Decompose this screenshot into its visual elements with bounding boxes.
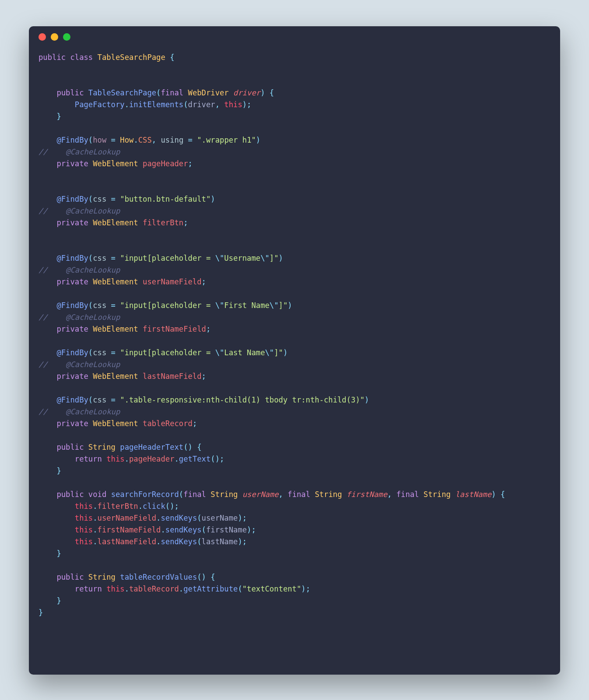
token-cmt: // @CacheLookup (39, 313, 120, 322)
token-kw: class (70, 53, 93, 62)
token-op: ; (188, 159, 193, 168)
token-plain (116, 136, 120, 144)
token-this: this (106, 455, 124, 463)
token-type: WebElement (93, 277, 138, 286)
token-esc: \" (260, 254, 270, 262)
token-op: ( (88, 301, 93, 310)
token-plain (88, 419, 93, 428)
token-op: ( (156, 88, 161, 97)
token-plain (39, 466, 56, 475)
token-str: Last Name (224, 348, 265, 357)
token-op: ( (88, 136, 93, 144)
token-plain (39, 254, 56, 262)
token-const: CSS (138, 136, 152, 144)
token-name: tableRecordValues (120, 573, 197, 581)
token-op: } (56, 596, 61, 605)
token-op: , (152, 136, 156, 144)
token-plain (138, 325, 143, 333)
token-plain (165, 53, 170, 62)
token-str: ]" (270, 254, 279, 262)
token-plain (39, 596, 56, 605)
token-plain (84, 573, 88, 581)
token-plain (88, 218, 93, 227)
minimize-icon[interactable] (51, 33, 58, 41)
window-titlebar (29, 26, 560, 47)
token-op: ) (256, 136, 260, 144)
token-plain (106, 136, 111, 144)
token-op: ) (301, 584, 305, 593)
token-plain (138, 159, 143, 168)
token-plain (39, 301, 56, 310)
token-plain (88, 277, 93, 286)
token-plain (39, 100, 75, 109)
token-plain (106, 301, 111, 310)
token-plain (39, 549, 56, 558)
token-plain (39, 372, 56, 381)
token-field: firstNameField (143, 325, 206, 333)
token-plain (310, 490, 315, 499)
token-op: ; (183, 218, 188, 227)
code-window: public class TableSearchPage { public Ta… (29, 26, 560, 675)
token-str: First Name (224, 301, 269, 310)
token-op: ; (242, 537, 247, 546)
token-type: How (120, 136, 133, 144)
token-op: . (156, 514, 161, 522)
token-op: { (270, 88, 274, 97)
token-str: Username (224, 254, 260, 262)
token-op: () (197, 573, 206, 581)
token-kw: public (56, 88, 84, 97)
token-plain: firstName (206, 525, 247, 534)
token-plain (39, 195, 56, 203)
token-op: . (179, 584, 183, 593)
token-str: "button.btn-default" (120, 195, 210, 203)
token-css: css (93, 301, 106, 310)
token-op: . (175, 455, 179, 463)
token-plain (116, 195, 120, 203)
token-field: firstNameField (98, 525, 161, 534)
token-op: . (93, 525, 97, 534)
token-plain (138, 372, 143, 381)
token-esc: \" (215, 348, 224, 357)
token-this: this (75, 502, 93, 511)
token-plain (39, 159, 56, 168)
token-plain (342, 490, 346, 499)
token-plain (116, 443, 120, 452)
token-cmt: // @CacheLookup (39, 407, 120, 416)
token-this: this (75, 525, 93, 534)
token-field: userNameField (143, 277, 202, 286)
token-kwhow: how (93, 136, 106, 144)
token-kw: private (56, 277, 88, 286)
token-plain (138, 218, 143, 227)
token-cmt: // @CacheLookup (39, 206, 120, 215)
token-type: TableSearchPage (98, 53, 165, 62)
token-type: String (210, 490, 238, 499)
token-op: ( (88, 254, 93, 262)
token-this: this (75, 514, 93, 522)
token-ann: @FindBy (56, 348, 88, 357)
token-op: ) (279, 254, 283, 262)
token-op: . (93, 514, 97, 522)
token-str: "input[placeholder = (120, 301, 215, 310)
token-field: lastNameField (143, 372, 202, 381)
token-op: () (210, 455, 220, 463)
token-plain (39, 88, 56, 97)
zoom-icon[interactable] (63, 33, 70, 41)
token-name: TableSearchPage (88, 88, 156, 97)
close-icon[interactable] (39, 33, 46, 41)
token-op: { (197, 443, 201, 452)
token-op: . (93, 537, 97, 546)
token-field: tableRecord (143, 419, 193, 428)
token-param: driver (233, 88, 260, 97)
token-plain: userName (202, 514, 238, 522)
token-op: { (170, 53, 174, 62)
token-plain (66, 53, 70, 62)
token-str: ]" (274, 348, 283, 357)
token-param: firstName (347, 490, 387, 499)
token-op: ; (202, 372, 206, 381)
token-plain (84, 490, 88, 499)
token-plain (39, 490, 56, 499)
token-op: ) (242, 100, 247, 109)
token-plain (392, 490, 396, 499)
token-plain (88, 159, 93, 168)
token-cmt: // @CacheLookup (39, 360, 120, 369)
